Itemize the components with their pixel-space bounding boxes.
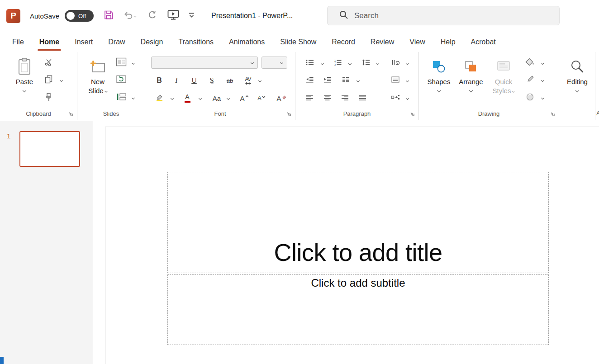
text-direction-dropdown[interactable] xyxy=(404,60,410,67)
tab-draw[interactable]: Draw xyxy=(100,32,133,52)
align-text-button[interactable] xyxy=(389,74,402,87)
clear-formatting-button[interactable]: A xyxy=(275,92,288,104)
bullets-dropdown[interactable] xyxy=(319,60,325,67)
text-highlight-dropdown[interactable] xyxy=(169,95,175,102)
font-dialog-launcher[interactable] xyxy=(285,111,292,118)
tab-acrobat[interactable]: Acrobat xyxy=(463,32,504,52)
text-shadow-button[interactable]: S xyxy=(206,74,218,87)
copy-button[interactable] xyxy=(42,74,55,86)
section-button[interactable] xyxy=(115,91,128,104)
underline-button[interactable]: U xyxy=(188,74,200,87)
section-dropdown[interactable] xyxy=(130,94,136,101)
autosave-toggle[interactable]: Off xyxy=(65,10,94,22)
chevron-down-icon xyxy=(320,61,323,65)
powerpoint-logo-icon[interactable]: P xyxy=(6,9,20,23)
decrease-indent-button[interactable] xyxy=(303,74,316,87)
increase-indent-button[interactable] xyxy=(321,74,333,87)
customize-quick-access-toolbar-button[interactable] xyxy=(187,12,196,20)
redo-button[interactable] xyxy=(146,10,158,22)
change-case-dropdown[interactable] xyxy=(225,95,231,102)
numbering-button[interactable]: 123 xyxy=(331,57,344,70)
character-spacing-button[interactable]: AV xyxy=(240,74,256,87)
italic-button[interactable]: I xyxy=(171,74,182,87)
cut-button[interactable] xyxy=(42,57,55,69)
search-box[interactable]: Search xyxy=(327,6,560,25)
chevron-down-icon xyxy=(198,96,201,99)
quick-styles-button[interactable]: Quick Styles xyxy=(488,55,519,109)
shape-effects-dropdown[interactable] xyxy=(539,94,546,101)
decrease-font-size-button[interactable]: A xyxy=(255,92,268,104)
font-size-combobox[interactable] xyxy=(261,57,287,69)
editing-button[interactable]: Editing xyxy=(564,55,591,109)
justify-button[interactable] xyxy=(356,92,369,104)
tab-record[interactable]: Record xyxy=(324,32,363,52)
tab-transitions[interactable]: Transitions xyxy=(171,32,221,52)
numbering-dropdown[interactable] xyxy=(347,60,353,67)
search-icon xyxy=(339,10,348,21)
line-spacing-dropdown[interactable] xyxy=(374,60,380,67)
title-placeholder[interactable]: Click to add title xyxy=(167,172,549,273)
shape-effects-button[interactable] xyxy=(523,91,536,104)
arrange-button[interactable]: Arrange xyxy=(457,55,485,109)
columns-button[interactable] xyxy=(339,74,352,87)
chevron-down-icon xyxy=(133,14,137,17)
shapes-button[interactable]: Shapes xyxy=(425,55,452,109)
copy-dropdown[interactable] xyxy=(58,76,64,84)
paragraph-dialog-launcher[interactable] xyxy=(409,111,416,118)
align-center-button[interactable] xyxy=(321,92,333,104)
bullets-button[interactable] xyxy=(303,57,316,70)
start-slideshow-button[interactable] xyxy=(167,10,180,22)
align-text-dropdown[interactable] xyxy=(404,77,410,84)
format-painter-button[interactable] xyxy=(42,91,55,104)
tab-insert[interactable]: Insert xyxy=(67,32,100,52)
increase-font-size-icon: A xyxy=(240,95,248,102)
tab-file[interactable]: File xyxy=(5,32,32,52)
new-slide-button[interactable]: New Slide xyxy=(84,55,112,109)
slide-layout-dropdown[interactable] xyxy=(130,59,136,66)
tab-home[interactable]: Home xyxy=(32,32,67,52)
convert-to-smartart-button[interactable] xyxy=(389,92,402,104)
font-color-button[interactable]: A xyxy=(181,92,193,104)
shape-outline-dropdown[interactable] xyxy=(539,76,546,84)
autosave-state-label: Off xyxy=(78,13,86,19)
tab-design[interactable]: Design xyxy=(133,32,171,52)
character-spacing-dropdown[interactable] xyxy=(257,77,263,84)
paste-button[interactable]: Paste xyxy=(11,55,38,109)
font-color-dropdown[interactable] xyxy=(197,95,203,102)
strikethrough-button[interactable]: ab xyxy=(223,74,237,87)
change-case-button[interactable]: Aa xyxy=(210,92,223,104)
title-placeholder-text: Click to add title xyxy=(274,238,442,266)
tab-animations[interactable]: Animations xyxy=(221,32,272,52)
increase-font-size-button[interactable]: A xyxy=(238,92,251,104)
powerpoint-window: P AutoSave Off Presentation1 - PowerP...… xyxy=(0,0,599,364)
drawing-dialog-launcher[interactable] xyxy=(549,111,556,118)
tab-review[interactable]: Review xyxy=(363,32,402,52)
subtitle-placeholder[interactable]: Click to add subtitle xyxy=(167,274,549,345)
bold-button[interactable]: B xyxy=(153,74,165,87)
shape-fill-button[interactable] xyxy=(523,57,536,69)
save-button[interactable] xyxy=(102,9,115,23)
chevron-down-icon xyxy=(59,78,62,81)
line-spacing-button[interactable] xyxy=(359,57,372,70)
slide-layout-button[interactable] xyxy=(115,57,128,69)
font-name-combobox[interactable] xyxy=(151,57,258,69)
tab-view[interactable]: View xyxy=(402,32,433,52)
clipboard-dialog-launcher[interactable] xyxy=(67,111,74,118)
redo-arrow-icon xyxy=(147,10,157,22)
align-right-icon xyxy=(341,94,349,102)
text-direction-button[interactable] xyxy=(389,57,402,70)
align-left-button[interactable] xyxy=(303,92,316,104)
convert-to-smartart-dropdown[interactable] xyxy=(404,95,410,102)
columns-dropdown[interactable] xyxy=(355,77,361,84)
undo-button[interactable] xyxy=(122,11,138,21)
chevron-down-icon xyxy=(131,96,134,99)
chevron-down-icon xyxy=(575,88,579,92)
shape-fill-dropdown[interactable] xyxy=(539,59,546,66)
shape-outline-button[interactable] xyxy=(523,74,536,86)
align-right-button[interactable] xyxy=(338,92,351,104)
text-highlight-button[interactable] xyxy=(153,92,165,104)
reset-slide-button[interactable] xyxy=(115,74,128,86)
tab-slide-show[interactable]: Slide Show xyxy=(272,32,324,52)
tab-help[interactable]: Help xyxy=(433,32,463,52)
slide-thumbnail-selected[interactable] xyxy=(19,131,80,167)
